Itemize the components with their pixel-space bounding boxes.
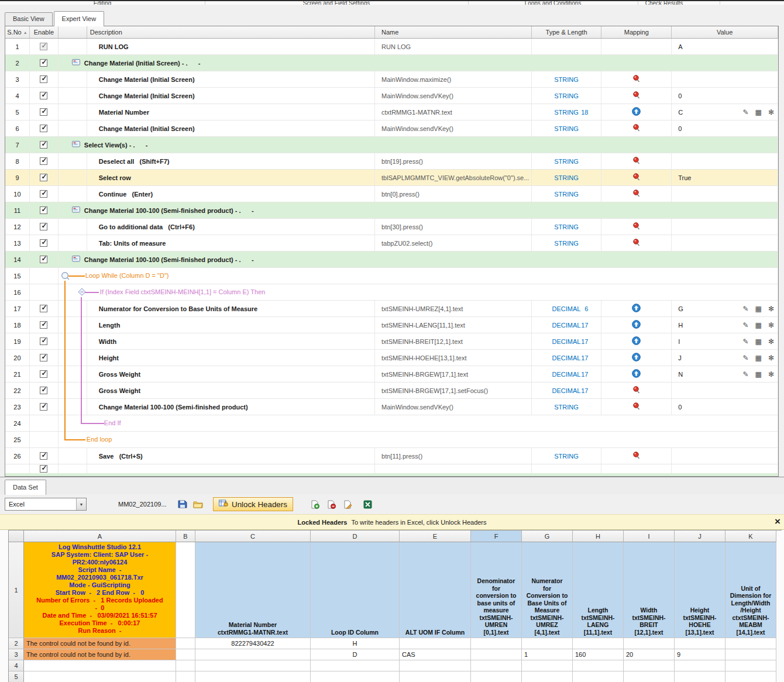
excel-cell-J4[interactable] xyxy=(675,660,725,671)
excel-colheader-G[interactable]: G xyxy=(522,531,573,542)
excel-colheader-C[interactable]: C xyxy=(195,531,311,542)
excel-cell-H2[interactable] xyxy=(573,638,624,649)
not-mapped-pin-icon[interactable] xyxy=(632,239,640,248)
excel-cell-K3[interactable] xyxy=(725,649,776,660)
excel-cell-A2[interactable]: The control could not be found by id. xyxy=(24,638,176,649)
enable-checkbox[interactable] xyxy=(40,75,47,83)
not-mapped-pin-icon[interactable] xyxy=(632,222,640,232)
mapped-upload-icon[interactable] xyxy=(632,336,641,346)
excel-cell-I2[interactable] xyxy=(624,638,675,649)
tab-expert-view[interactable]: Expert View xyxy=(54,11,105,26)
excel-rowheader[interactable]: 3 xyxy=(9,649,24,660)
excel-header-cell-J[interactable]: Height txtSMEINH- HOEHE [13,1].text xyxy=(675,542,725,638)
excel-view-icon[interactable] xyxy=(361,497,375,511)
edit-mapping-icon[interactable]: ✎ xyxy=(743,109,749,116)
excel-cell-K2[interactable] xyxy=(725,638,776,649)
excel-cell-B2[interactable] xyxy=(176,638,195,649)
excel-cell-A4[interactable] xyxy=(24,660,176,671)
excel-cell-J5[interactable] xyxy=(675,671,725,682)
excel-cell-F4[interactable] xyxy=(471,660,522,671)
not-mapped-pin-icon[interactable] xyxy=(632,452,640,461)
save-icon[interactable] xyxy=(176,497,190,511)
mapper-row-1[interactable]: 1RUN LOGRUN LOGA xyxy=(5,39,778,55)
mapper-row-10[interactable]: 10Continue (Enter)btn[0].press()STRING xyxy=(5,186,778,202)
excel-cell-K5[interactable] xyxy=(725,671,776,682)
excel-header-cell-E[interactable]: ALT UOM IF Column xyxy=(400,542,471,638)
tab-data-set[interactable]: Data Set xyxy=(5,480,46,495)
excel-colheader-B[interactable]: B xyxy=(176,531,195,542)
excel-cell-H3[interactable]: 160 xyxy=(573,649,624,660)
excel-cell-E5[interactable] xyxy=(400,671,471,682)
enable-checkbox[interactable] xyxy=(40,59,47,67)
excel-cell-C2[interactable]: 822279430422 xyxy=(195,638,311,649)
excel-cell-E4[interactable] xyxy=(400,660,471,671)
excel-header-cell-K[interactable]: Unit of Dimension for Length/Width /Heig… xyxy=(725,542,776,638)
grid-properties-icon[interactable]: ▦ xyxy=(755,322,762,329)
grid-properties-icon[interactable]: ▦ xyxy=(755,109,762,116)
column-header-enable[interactable]: Enable xyxy=(30,26,59,38)
not-mapped-pin-icon[interactable] xyxy=(632,157,640,166)
excel-cell-A1-run-log[interactable]: Log Winshuttle Studio 12.1 SAP System: C… xyxy=(24,542,176,638)
mapper-row-7[interactable]: 7Select View(s) - . - xyxy=(5,137,778,153)
mapper-row-13[interactable]: 13Tab: Units of measuretabpZU02.select()… xyxy=(5,235,778,252)
excel-cell-E3[interactable]: CAS xyxy=(400,649,471,660)
enable-checkbox[interactable] xyxy=(40,108,47,116)
excel-cell-C5[interactable] xyxy=(195,671,311,682)
mapped-upload-icon[interactable] xyxy=(632,304,641,314)
excel-cell-C3[interactable] xyxy=(195,649,311,660)
excel-colheader-I[interactable]: I xyxy=(624,531,675,542)
column-header-name[interactable]: Name xyxy=(375,26,532,38)
settings-gears-icon[interactable]: ✻ xyxy=(768,305,774,312)
mapper-row-11[interactable]: 11Change Material 100-100 (Semi-finished… xyxy=(5,202,778,219)
mapper-row-22[interactable]: 22Gross WeighttxtSMEINH-BRGEW[17,1].setF… xyxy=(5,383,778,399)
excel-rowheader[interactable]: 4 xyxy=(9,660,24,671)
mapper-row-4[interactable]: 4Change Material (Initial Screen)MainWin… xyxy=(5,88,778,104)
excel-header-cell-G[interactable]: Numerator for Conversion to Base Units o… xyxy=(522,542,573,638)
grid-properties-icon[interactable]: ▦ xyxy=(755,338,762,345)
grid-properties-icon[interactable]: ▦ xyxy=(755,305,762,312)
edit-mapping-icon[interactable]: ✎ xyxy=(743,354,749,361)
close-icon[interactable]: × xyxy=(775,516,780,528)
mapper-row-16[interactable]: 16If (Index Field ctxtSMEINH-MEINH[1,1] … xyxy=(5,284,778,301)
edit-mapping-icon[interactable]: ✎ xyxy=(743,305,749,312)
not-mapped-pin-icon[interactable] xyxy=(632,386,640,395)
mapper-row-19[interactable]: 19WidthtxtSMEINH-BREIT[12,1].textDECIMAL… xyxy=(5,333,778,350)
mapper-row-25[interactable]: 25End loop xyxy=(5,432,778,448)
enable-checkbox[interactable] xyxy=(40,465,47,473)
excel-cell-F2[interactable] xyxy=(471,638,522,649)
enable-checkbox[interactable] xyxy=(40,403,47,411)
mapper-row-5[interactable]: 5Material NumberctxtRMMG1-MATNR.textSTRI… xyxy=(5,104,778,120)
excel-colheader-K[interactable]: K xyxy=(725,531,776,542)
excel-colheader-J[interactable]: J xyxy=(675,531,725,542)
not-mapped-pin-icon[interactable] xyxy=(632,75,640,84)
delete-record-icon[interactable] xyxy=(325,497,339,511)
mapper-row-26[interactable]: 26Save (Ctrl+S)btn[11].press()STRING xyxy=(5,448,778,464)
not-mapped-pin-icon[interactable] xyxy=(632,190,640,199)
enable-checkbox[interactable] xyxy=(40,190,47,198)
settings-gears-icon[interactable]: ✻ xyxy=(768,322,774,329)
excel-rowheader[interactable]: 5 xyxy=(9,671,24,682)
edit-mapping-icon[interactable]: ✎ xyxy=(743,338,749,345)
mapper-row-14[interactable]: 14Change Material 100-100 (Semi-finished… xyxy=(5,252,778,268)
mapper-row-23[interactable]: 23Change Material 100-100 (Semi-finished… xyxy=(5,399,778,415)
excel-header-cell-I[interactable]: Width txtSMEINH- BREIT [12,1].text xyxy=(624,542,675,638)
mapper-row-8[interactable]: 8Deselect all (Shift+F7)btn[19].press()S… xyxy=(5,153,778,170)
excel-colheader-E[interactable]: E xyxy=(400,531,471,542)
column-header-value[interactable]: Value xyxy=(672,26,778,38)
excel-cell-A3[interactable]: The control could not be found by id. xyxy=(24,649,176,660)
excel-cell-I5[interactable] xyxy=(624,671,675,682)
settings-gears-icon[interactable]: ✻ xyxy=(768,354,774,361)
mapped-upload-icon[interactable] xyxy=(632,353,641,363)
column-header-sno[interactable]: S.No ▲ xyxy=(5,26,30,38)
excel-header-cell-D[interactable]: Loop ID Column xyxy=(311,542,400,638)
mapper-row-9[interactable]: 9Select rowtblSAPLMGMMTC_VIEW.getAbsolut… xyxy=(5,170,778,186)
excel-colheader-H[interactable]: H xyxy=(573,531,624,542)
enable-checkbox[interactable] xyxy=(40,92,47,99)
excel-cell-K4[interactable] xyxy=(725,660,776,671)
enable-checkbox[interactable] xyxy=(40,43,47,50)
excel-cell-G5[interactable] xyxy=(522,671,573,682)
not-mapped-pin-icon[interactable] xyxy=(632,402,640,412)
mapper-row-18[interactable]: 18LengthtxtSMEINH-LAENG[11,1].textDECIMA… xyxy=(5,317,778,333)
excel-colheader-F[interactable]: F xyxy=(471,531,522,542)
mapper-row-6[interactable]: 6Change Material (Initial Screen)MainWin… xyxy=(5,120,778,137)
